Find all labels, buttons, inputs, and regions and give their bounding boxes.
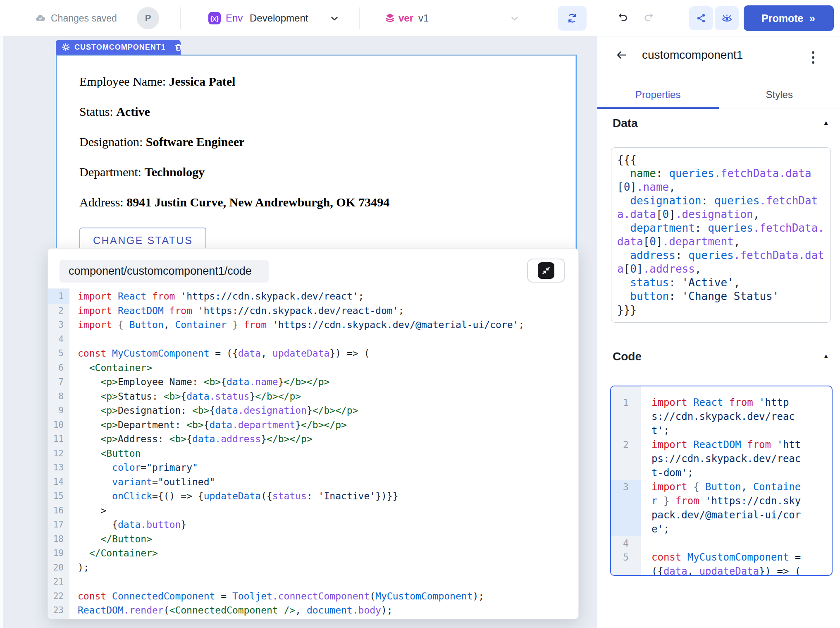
line-number: 2	[611, 438, 641, 452]
code-text: r } from 'https://cdn.sky	[641, 494, 801, 508]
chevron-down-icon[interactable]	[329, 13, 340, 24]
code-text	[69, 332, 78, 347]
code-line: 17 {data.button}	[48, 518, 578, 532]
code-line: {{{	[617, 153, 826, 167]
line-number: 5	[611, 550, 641, 564]
address-line: Address: 8941 Justin Curve, New Andrewbu…	[79, 195, 559, 209]
code-property-lines[interactable]: 1import React from 'https://cdn.skypack.…	[611, 386, 832, 576]
code-text: ReactDOM.render(<ConnectedComponent />, …	[69, 603, 393, 618]
code-line: status: 'Active',	[617, 276, 826, 290]
gear-icon[interactable]	[62, 43, 70, 51]
code-line: 12 <Button	[48, 446, 578, 461]
code-line: data[0].department,	[617, 235, 826, 249]
code-property-editor[interactable]: 1import React from 'https://cdn.skypack.…	[610, 386, 833, 576]
code-editor-popover: component/customcomponent1/code 1import …	[48, 248, 579, 619]
line-number: 18	[48, 532, 69, 547]
data-expression-editor[interactable]: {{{ name: queries.fetchData.data[0].name…	[611, 147, 831, 323]
code-line: t';	[611, 424, 832, 438]
custom-component-widget[interactable]: Employee Name: Jessica Patel Status: Act…	[56, 55, 577, 257]
code-line: e';	[611, 522, 832, 536]
code-text: </Container>	[69, 546, 158, 561]
code-text: import ReactDOM from 'htt	[641, 438, 801, 452]
inspector-tabs: Properties Styles	[597, 81, 840, 108]
code-text: );	[69, 561, 89, 575]
kebab-menu-icon[interactable]	[809, 49, 817, 66]
code-text: status: 'Active',	[617, 276, 740, 290]
undo-button[interactable]	[617, 12, 629, 24]
code-text: data[0].department,	[617, 235, 740, 249]
code-text: import React from 'https://cdn.skypack.d…	[69, 289, 364, 304]
line-number: 11	[48, 432, 69, 446]
refresh-icon	[567, 13, 578, 24]
line-number: 10	[48, 418, 69, 432]
code-text: designation: queries.fetchDat	[617, 194, 818, 208]
widget-tag-customcomponent1[interactable]: CUSTOMCOMPONENT1	[56, 40, 181, 55]
trash-icon[interactable]	[175, 43, 182, 51]
line-number	[611, 466, 641, 480]
code-line: button: 'Change Status'	[617, 290, 826, 303]
code-text: name: queries.fetchData.data	[617, 167, 811, 180]
code-line: 22const ConnectedComponent = Tooljet.con…	[48, 589, 578, 604]
code-line: }}}	[617, 303, 826, 317]
line-number: 9	[48, 403, 69, 418]
code-line: address: queries.fetchData.dat	[617, 249, 826, 262]
save-status-label: Changes saved	[51, 13, 117, 24]
share-button[interactable]	[689, 6, 713, 30]
code-text: [0].name,	[617, 180, 675, 194]
version-select[interactable]: v1	[418, 0, 429, 36]
code-text: t';	[641, 424, 669, 438]
double-chevron-icon: »	[809, 12, 816, 25]
inspector-sidebar: Promote » customcomponent1 Properties St…	[597, 0, 840, 628]
code-line: [0].name,	[617, 180, 826, 194]
sidebar-toolbar: Promote »	[597, 0, 840, 36]
code-line: 7 <p>Employee Name: <b>{data.name}</b></…	[48, 375, 578, 389]
code-line: 4	[48, 332, 578, 347]
chevron-down-icon[interactable]	[509, 13, 520, 24]
code-line: 6 <Container>	[48, 361, 578, 375]
code-text	[69, 575, 78, 589]
collapse-editor-button[interactable]	[527, 259, 565, 283]
code-editor-body[interactable]: 1import React from 'https://cdn.skypack.…	[48, 288, 578, 619]
line-number: 12	[48, 446, 69, 461]
code-editor-lines[interactable]: 1import React from 'https://cdn.skypack.…	[48, 289, 578, 618]
environment-select[interactable]: Development	[250, 0, 308, 36]
tab-styles[interactable]: Styles	[719, 81, 840, 108]
eye-icon	[721, 13, 733, 24]
line-number: 16	[48, 503, 69, 518]
code-text: <p>Employee Name: <b>{data.name}</b></p>	[69, 375, 329, 389]
back-arrow-icon[interactable]	[616, 49, 628, 61]
code-line: 9 <p>Designation: <b>{data.designation}<…	[48, 403, 578, 418]
code-line: 18 </Button>	[48, 532, 578, 547]
designation-line: Designation: Software Engineer	[79, 135, 559, 149]
collapse-triangle-icon[interactable]: ▲	[823, 352, 829, 360]
data-section-header[interactable]: Data	[613, 117, 638, 130]
code-text: <Container>	[69, 361, 152, 375]
line-number: 20	[48, 561, 69, 575]
app-canvas[interactable]: CUSTOMCOMPONENT1 Employee Name: Jessica …	[3, 36, 597, 628]
redo-button[interactable]	[643, 12, 654, 24]
code-line: pack.dev/@material-ui/cor	[611, 508, 832, 522]
preview-button[interactable]	[715, 6, 739, 30]
avatar[interactable]: P	[137, 7, 159, 29]
environment-label: Env	[226, 0, 243, 36]
tab-properties[interactable]: Properties	[597, 81, 719, 108]
line-number: 1	[48, 289, 69, 304]
promote-button[interactable]: Promote »	[744, 5, 834, 31]
code-text: pack.dev/@material-ui/cor	[641, 508, 801, 522]
collapse-triangle-icon[interactable]: ▲	[823, 119, 829, 127]
code-line: 10 <p>Department: <b>{data.department}</…	[48, 418, 578, 432]
code-text: <Button	[69, 446, 141, 461]
code-line: 8 <p>Status: <b>{data.status}</b></p>	[48, 389, 578, 404]
line-number	[611, 452, 641, 466]
line-number: 5	[48, 346, 69, 361]
code-text: <p>Address: <b>{data.address}</b></p>	[69, 432, 313, 446]
line-number: 22	[48, 589, 69, 604]
code-text: const ConnectedComponent = Tooljet.conne…	[69, 589, 484, 604]
code-line: 20);	[48, 561, 578, 575]
code-line: ps://cdn.skypack.dev/reac	[611, 452, 832, 466]
code-section-header[interactable]: Code	[613, 350, 642, 363]
line-number: 19	[48, 546, 69, 561]
tooljet-app-builder: Changes saved P {x} Env Development ver …	[0, 0, 840, 628]
refresh-button[interactable]	[558, 6, 587, 31]
code-line: 4	[611, 536, 832, 550]
